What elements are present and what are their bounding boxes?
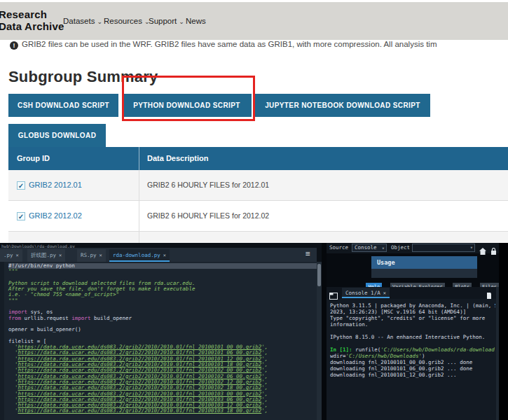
chevron-down-icon: ⌄ bbox=[97, 18, 102, 25]
code-editor[interactable]: #!/usr/bin/env python""" Python script t… bbox=[0, 262, 317, 420]
brand-line1: Research bbox=[0, 8, 64, 20]
notice-bar: ! GRIB2 files can be used in the WRF. GR… bbox=[0, 40, 508, 55]
checkbox-grib2-2012-01[interactable]: ✓ bbox=[17, 181, 25, 190]
ipython-console-output[interactable]: Python 3.11.5 | packaged by Anaconda, In… bbox=[330, 302, 495, 418]
close-icon[interactable]: ✕ bbox=[99, 253, 102, 258]
brand-line2: Data Archive bbox=[0, 20, 64, 32]
column-divider bbox=[139, 147, 139, 170]
console-tab[interactable]: Console 1/A✕ bbox=[342, 288, 390, 298]
table-header-row: Group ID Data Description bbox=[8, 147, 508, 170]
pane-divider[interactable] bbox=[322, 243, 327, 420]
right-pane-tabs: Help Variable Explorer Plots Files bbox=[327, 278, 499, 287]
chevron-down-icon: ⌄ bbox=[179, 18, 184, 25]
home-icon[interactable] bbox=[479, 244, 486, 258]
console-pane: Console 1/A✕ Python 3.11.5 | packaged by… bbox=[327, 287, 499, 420]
nav-support[interactable]: Support⌄ bbox=[149, 17, 184, 25]
close-icon[interactable]: ✕ bbox=[16, 253, 19, 258]
description-cell: GRIB2 6 HOURLY FILES for 2012.02 bbox=[147, 211, 269, 220]
column-header-group-id: Group ID bbox=[17, 147, 50, 170]
page-title: Subgroup Summary bbox=[8, 68, 158, 86]
editor-tab-zhexiantu[interactable]: 折线图.py✕ bbox=[27, 249, 65, 262]
table-row: ✓ GRIB2 2012.02 GRIB2 6 HOURLY FILES for… bbox=[8, 201, 508, 232]
site-logo[interactable]: Research Data Archive bbox=[0, 8, 64, 32]
editor-tab-bar: .py✕ 折线图.py✕ RS.py✕ rda-download.py✕ bbox=[0, 248, 317, 262]
table-row: ✓ GRIB2 2012.01 GRIB2 6 HOURLY FILES for… bbox=[8, 170, 508, 201]
row-divider bbox=[139, 170, 139, 200]
globus-download-button[interactable]: GLOBUS DOWNLOAD bbox=[8, 124, 106, 147]
group-link-grib2-2012-02[interactable]: GRIB2 2012.02 bbox=[29, 211, 82, 220]
csh-download-script-button[interactable]: CSH DOWNLOAD SCRIPT bbox=[8, 94, 118, 117]
nav-news[interactable]: News bbox=[186, 17, 206, 25]
jupyter-notebook-download-script-button[interactable]: JUPYTER NOTEBOOK DOWNLOAD SCRIPT bbox=[255, 94, 430, 117]
object-label: Object bbox=[391, 244, 410, 251]
editor-tab-rda-download[interactable]: rda-download.py✕ bbox=[109, 249, 170, 262]
screen: Research Data Archive Datasets⌄ Resource… bbox=[0, 0, 508, 420]
spyder-window: hwb\Downloads\rda-download.py .py✕ 折线图.p… bbox=[0, 243, 508, 420]
dropdown-arrow-icon: ▾ bbox=[382, 245, 385, 252]
group-link-grib2-2012-01[interactable]: GRIB2 2012.01 bbox=[29, 181, 82, 189]
checkbox-grib2-2012-02[interactable]: ✓ bbox=[17, 212, 25, 220]
right-pane: Source Console▾ Object ▾ Usage Help Vari… bbox=[327, 243, 508, 420]
column-header-data-description: Data Description bbox=[147, 147, 208, 170]
python-download-script-button[interactable]: PYTHON DOWNLOAD SCRIPT bbox=[122, 94, 252, 117]
close-icon[interactable]: ✕ bbox=[163, 253, 166, 258]
close-icon[interactable]: ✕ bbox=[59, 253, 62, 258]
lock-icon[interactable] bbox=[490, 244, 497, 258]
nav-datasets[interactable]: Datasets⌄ bbox=[63, 17, 102, 25]
object-combobox[interactable]: ▾ bbox=[412, 244, 475, 252]
source-label: Source bbox=[329, 244, 348, 251]
editor-tab-rs[interactable]: RS.py✕ bbox=[77, 249, 106, 262]
editor-options-menu-icon[interactable]: ≡ bbox=[306, 251, 310, 258]
console-options-icon[interactable] bbox=[486, 289, 492, 302]
console-tab-row: Console 1/A✕ bbox=[327, 287, 499, 299]
dropdown-arrow-icon: ▾ bbox=[470, 245, 473, 251]
site-header: Research Data Archive Datasets⌄ Resource… bbox=[0, 2, 508, 40]
help-source-row: Source Console▾ Object ▾ bbox=[327, 243, 508, 253]
source-select[interactable]: Console▾ bbox=[352, 244, 387, 252]
nav-resources[interactable]: Resources⌄ bbox=[104, 17, 150, 25]
editor-scrollbar-thumb[interactable] bbox=[317, 264, 321, 286]
editor-scrollbar[interactable] bbox=[317, 262, 322, 420]
description-cell: GRIB2 6 HOURLY FILES for 2012.01 bbox=[147, 181, 269, 189]
usage-header: Usage bbox=[371, 256, 477, 269]
editor-tab-partial[interactable]: .py✕ bbox=[0, 249, 22, 262]
close-icon[interactable]: ✕ bbox=[383, 290, 386, 296]
usage-body bbox=[371, 269, 477, 278]
new-console-icon[interactable] bbox=[329, 289, 338, 302]
alert-icon: ! bbox=[10, 41, 18, 50]
window-edge bbox=[499, 243, 508, 420]
notice-text: GRIB2 files can be used in the WRF. GRIB… bbox=[22, 40, 437, 48]
row-divider bbox=[139, 201, 139, 231]
